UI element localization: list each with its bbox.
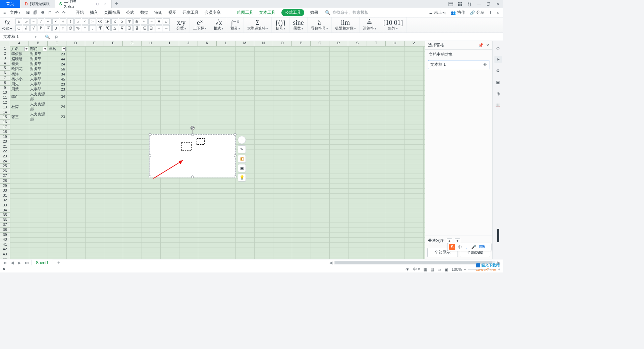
cell[interactable]: 杨小小 — [10, 77, 29, 82]
col-header-T[interactable]: T — [367, 41, 386, 46]
col-header-V[interactable]: V — [405, 41, 423, 46]
col-header-M[interactable]: M — [235, 41, 254, 46]
page-break-icon[interactable]: ▭ — [437, 267, 441, 272]
row-header[interactable]: 5 — [0, 66, 10, 71]
row-header[interactable]: 29 — [0, 184, 10, 189]
formula-group-分数[interactable]: x/y分数▾ — [173, 17, 190, 33]
col-header-B[interactable]: B — [29, 41, 48, 46]
cell[interactable]: 秦天 — [10, 61, 29, 66]
row-header[interactable]: 41 — [0, 242, 10, 247]
bulb-icon[interactable]: 💡 — [238, 173, 246, 182]
row-header[interactable]: 32 — [0, 198, 10, 203]
pin-icon[interactable]: 📌 — [478, 43, 483, 48]
symbol-button[interactable]: ∀ — [156, 18, 162, 24]
minimize-icon[interactable]: — — [475, 0, 483, 8]
ime-more-icon[interactable]: ⁝⁝ — [487, 245, 490, 249]
sheet-nav-first-icon[interactable]: ⏮ — [1, 260, 8, 265]
row-header[interactable]: 37 — [0, 222, 10, 228]
tab-home[interactable]: 首页 — [0, 0, 20, 8]
symbol-button[interactable]: ≈ — [141, 18, 148, 24]
row-header[interactable]: 36 — [0, 218, 10, 223]
ime-keyboard-icon[interactable]: ⌨ — [479, 245, 485, 249]
cell[interactable]: 23 — [48, 82, 66, 87]
name-box-dropdown-icon[interactable]: ▾ — [35, 35, 37, 39]
side-handle[interactable] — [497, 229, 499, 242]
row-header[interactable]: 19 — [0, 135, 10, 140]
formula-input[interactable] — [61, 33, 503, 41]
cell[interactable]: 欧阳花 — [10, 66, 29, 71]
cell[interactable]: 李依依 — [10, 51, 29, 56]
undo-icon[interactable]: ↶ — [55, 10, 59, 15]
cell[interactable]: 李白 — [10, 92, 29, 102]
row-header[interactable]: 26 — [0, 169, 10, 174]
row-header[interactable]: 18 — [0, 130, 10, 135]
symbol-button[interactable]: ≪ — [97, 18, 103, 24]
cell[interactable]: 杨洋 — [10, 71, 29, 77]
ime-toolbar[interactable]: S 中 ， 🎤 ⌨ ⁝⁝ — [447, 243, 492, 251]
row-header[interactable]: 31 — [0, 193, 10, 198]
symbol-button[interactable]: ← — [156, 25, 162, 31]
row-header[interactable]: 2 — [0, 51, 10, 56]
redo-icon[interactable]: ↷ — [62, 10, 65, 15]
symbol-button[interactable]: ∅ — [67, 25, 74, 31]
tab-dev[interactable]: 开发工具 — [182, 8, 199, 17]
resize-handle[interactable] — [149, 133, 151, 136]
text-box-shape[interactable]: ⟳ − — [150, 134, 235, 177]
symbol-button[interactable]: ≠ — [38, 18, 44, 24]
cell[interactable]: 周先 — [10, 82, 29, 87]
cell[interactable]: 人事部 — [29, 87, 48, 92]
col-header-A[interactable]: A — [10, 41, 29, 46]
collapse-tools-icon[interactable]: − — [238, 136, 246, 144]
layout-pane-icon[interactable]: ▣ — [494, 79, 502, 86]
cell-table[interactable]: 姓名部门年龄李依依财务部23赵晓慧财务部44秦天财务部24欧阳花财务部56杨洋人… — [10, 46, 66, 122]
symbol-button[interactable]: ∞ — [23, 18, 30, 24]
row-header[interactable]: 34 — [0, 208, 10, 213]
cell[interactable]: 24 — [48, 102, 66, 112]
symbol-button[interactable]: . — [89, 25, 96, 31]
share-button[interactable]: 🔗 分享 — [470, 10, 484, 15]
tab-insert[interactable]: 插入 — [90, 8, 98, 17]
ime-punct[interactable]: ， — [465, 244, 469, 250]
cell[interactable]: 财务部 — [29, 61, 48, 66]
row-header[interactable]: 25 — [0, 164, 10, 169]
resize-handle[interactable] — [234, 176, 236, 178]
reading-view-icon[interactable]: ▣ — [444, 267, 448, 272]
resize-handle[interactable] — [149, 154, 151, 157]
formula-group-上下标[interactable]: eˣ上下标▾ — [190, 17, 210, 33]
row-header[interactable]: 20 — [0, 139, 10, 144]
symbol-button[interactable]: → — [163, 25, 170, 31]
command-search[interactable]: 🔍 查找命令、搜索模板 — [325, 10, 369, 15]
resize-handle[interactable] — [191, 176, 194, 178]
eyedropper-icon[interactable]: ✎ — [238, 145, 246, 153]
symbol-button[interactable]: ∓ — [126, 18, 133, 24]
tab-text-tools[interactable]: 文本工具 — [259, 8, 275, 17]
cell[interactable]: 23 — [48, 112, 66, 122]
symbol-button[interactable]: ~ — [45, 18, 52, 24]
table-header-cell[interactable]: 年龄 — [48, 46, 66, 51]
formula-group-矩阵[interactable]: [10 01]矩阵▾ — [380, 17, 407, 33]
collab-button[interactable]: 👥 协作 — [451, 10, 465, 15]
target-icon[interactable]: ◎ — [494, 90, 502, 97]
symbol-button[interactable]: ∂ — [163, 18, 170, 24]
tab-template[interactable]: D 找稻壳模板 — [20, 0, 55, 8]
symbol-button[interactable]: × — [52, 18, 59, 24]
cell[interactable]: 赵晓慧 — [10, 56, 29, 61]
cell[interactable]: 财务部 — [29, 56, 48, 61]
symbol-button[interactable]: > — [89, 18, 96, 24]
symbol-button[interactable]: ≥ — [119, 18, 125, 24]
row-header[interactable]: 15 — [0, 115, 10, 120]
symbol-button[interactable]: ∆ — [111, 25, 118, 31]
symbol-button[interactable]: ∄ — [133, 25, 140, 31]
cell[interactable]: 人事部 — [29, 71, 48, 77]
app-menu-icon[interactable]: ≡ — [2, 10, 7, 15]
symbol-button[interactable]: ≡ — [148, 18, 155, 24]
row-header[interactable]: 33 — [0, 203, 10, 208]
tab-review[interactable]: 审阅 — [154, 8, 162, 17]
tab-formula-tools[interactable]: 公式工具 — [281, 9, 304, 16]
border-icon[interactable]: ▣ — [238, 164, 246, 172]
symbol-button[interactable]: ± — [15, 18, 22, 24]
column-headers[interactable]: ABCDEFGHIJKLMNOPQRSTUV — [10, 41, 425, 46]
close-pane-icon[interactable]: ✕ — [486, 43, 489, 48]
row-header[interactable]: 12 — [0, 100, 10, 105]
col-header-P[interactable]: P — [292, 41, 311, 46]
